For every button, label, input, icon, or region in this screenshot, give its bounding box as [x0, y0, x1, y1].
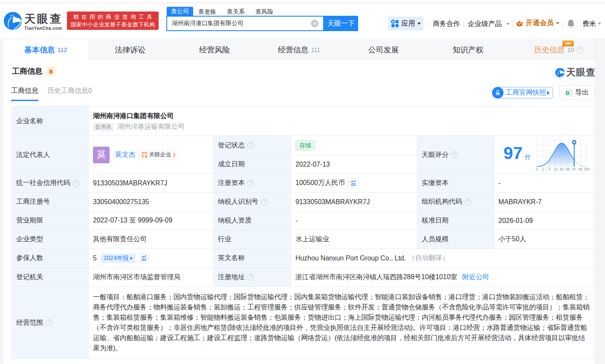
arrow-right-icon	[547, 91, 550, 95]
nav-tab-label: 经营风险	[199, 45, 230, 55]
search-tab-company[interactable]: 查公司	[167, 7, 193, 16]
tianyancha-logo-icon[interactable]	[3, 12, 22, 30]
score-cell[interactable]: 97 分 0 1 3 15 50	[494, 136, 594, 174]
company-type-label: 企业类型	[12, 230, 89, 249]
company-name-label-text: 企业名称	[16, 117, 43, 126]
apps-menu[interactable]: 应用	[388, 17, 423, 30]
trend-chart-icon	[141, 255, 147, 261]
svg-text:0: 0	[536, 167, 538, 171]
reg-number-label-text: 工商注册号	[16, 197, 50, 206]
address-cell: 浙江省湖州市南浔区南浔镇人瑞西路288号10楼1010室 附近公司	[291, 268, 594, 287]
taxpayer-quality-text: -	[295, 217, 298, 225]
annual-report-label: 2024年报	[104, 254, 129, 262]
business-term-label: 营业期限	[12, 211, 89, 230]
reg-status-label-text: 登记状态	[218, 141, 245, 150]
help-icon[interactable]: ?	[576, 46, 583, 53]
nav-tab-label: 法律诉讼	[115, 45, 145, 55]
divider	[512, 20, 512, 28]
nav-tab-operation[interactable]: 经营信息 111	[257, 40, 341, 60]
notification-bell-icon[interactable]	[567, 19, 575, 28]
nav-tab-basic-info[interactable]: 基本信息 112	[3, 40, 88, 60]
vip-label: 开通会员	[526, 19, 554, 28]
business-info-table: 企业名称 湖州南浔港口集团有限公司 曾用名 湖州浔港运输有限公司 法定代表人 莫…	[12, 106, 593, 358]
clear-search-icon[interactable]	[311, 20, 318, 27]
subscribe-bell-button[interactable]	[46, 66, 56, 76]
help-icon[interactable]: ?	[261, 199, 268, 205]
address-label-text: 注册地址	[218, 273, 245, 282]
subtab-business-info[interactable]: 工商信息	[11, 87, 38, 101]
export-button[interactable]: 导出	[559, 85, 595, 100]
search-tab-relation[interactable]: 查关系	[226, 8, 246, 16]
taxpayer-quality-label: 纳税人资质	[214, 211, 291, 230]
legal-rep-link[interactable]: 莫文杰	[115, 150, 135, 159]
slogan-line1: 都在用的商业查询工具	[69, 13, 159, 21]
svg-text:15: 15	[553, 167, 558, 171]
svg-text:3: 3	[548, 167, 550, 171]
logo-title: 天眼查	[24, 13, 63, 24]
official-snapshot-button[interactable]: 工商官网快照	[492, 87, 559, 98]
apps-label: 应用	[402, 19, 415, 28]
capital-trend-button[interactable]	[348, 178, 358, 188]
english-name-label-text: 英文名称	[218, 254, 245, 263]
nav-tab-ip[interactable]: 知识产权	[426, 40, 510, 60]
legal-rep-avatar[interactable]: 莫	[93, 147, 110, 163]
nav-tab-history[interactable]: 历史信息 10 ? VIP	[510, 40, 595, 60]
svg-text:1: 1	[542, 167, 544, 171]
nav-tab-label: 公司发展	[368, 45, 399, 55]
subtab-history-info[interactable]: 历史工商信息0	[47, 87, 92, 101]
vip-upgrade-entry[interactable]: 开通会员	[516, 19, 559, 28]
annual-report-tag[interactable]: 2024年报	[101, 254, 136, 263]
svg-text:97: 97	[572, 167, 576, 171]
english-name-text: Huzhou Nanxun Port Group Co., Ltd.	[295, 254, 406, 262]
user-menu[interactable]: 费米	[582, 20, 596, 29]
org-code-label: 组织机构代码?	[417, 193, 494, 211]
nav-tab-label: 历史信息	[534, 45, 565, 55]
scope-cell: 一般项目：船舶港口服务；国内货物运输代理；国际货物运输代理；国内集装箱货物运输代…	[89, 287, 594, 359]
paid-capital-label-text: 实缴资本	[422, 179, 449, 188]
score-label: 天眼评分?	[417, 136, 494, 174]
help-icon[interactable]: ?	[247, 142, 254, 149]
bell-icon	[48, 69, 54, 75]
nearby-companies-link[interactable]: 附近公司	[462, 273, 489, 282]
insured-trend-button[interactable]	[139, 253, 149, 263]
divider	[463, 20, 464, 28]
related-companies-tag[interactable]: 企 关联企业 3	[139, 150, 178, 159]
staff-size-label: 人员规模	[417, 230, 494, 249]
company-nav-tabs: 基本信息 112 法律诉讼 经营风险 经营信息 111 公司发展 知识产权 历史…	[3, 40, 595, 60]
vip-badge: VIP	[562, 40, 574, 46]
enterprise-caret-icon	[506, 23, 509, 25]
help-icon[interactable]: ?	[247, 180, 254, 187]
apps-caret-icon	[417, 23, 421, 25]
user-caret-icon	[598, 23, 601, 25]
insured-label-text: 参保人数	[16, 254, 43, 263]
nav-tab-risk[interactable]: 经营风险	[172, 40, 257, 60]
search-tab-boss[interactable]: 查老板	[197, 8, 217, 16]
score-distribution-chart: 0 1 3 15 50 85 97 99 100	[536, 139, 590, 173]
nav-tab-count: 10	[567, 46, 574, 53]
help-icon[interactable]: ?	[465, 199, 472, 205]
help-icon[interactable]: ?	[451, 151, 458, 158]
top-strip	[0, 0, 605, 3]
svg-text:50: 50	[560, 167, 564, 171]
help-icon[interactable]: ?	[46, 319, 52, 326]
former-name-row: 曾用名 湖州浔港运输有限公司	[93, 122, 185, 131]
legal-rep-label: 法定代表人	[12, 136, 89, 174]
help-icon[interactable]: ?	[72, 180, 79, 187]
nav-tab-legal[interactable]: 法律诉讼	[88, 40, 172, 60]
taxpayer-quality-label-text: 纳税人资质	[218, 216, 252, 225]
nav-tab-development[interactable]: 公司发展	[342, 40, 426, 60]
taxpayer-id-label: 纳税人识别号?	[214, 193, 291, 211]
related-companies-icon: 企	[142, 152, 148, 158]
logo-text[interactable]: 天眼查 TianYanCha.com	[24, 13, 63, 31]
auto-translate-note: （自动翻译）	[408, 254, 449, 263]
search-button[interactable]: 天眼一下	[324, 16, 358, 31]
subtabs: 工商信息 历史工商信息0	[11, 87, 101, 101]
org-code-cell: MABRAYKR-7	[494, 193, 594, 211]
section-title: 工商信息	[12, 66, 43, 76]
help-icon[interactable]: ?	[247, 274, 254, 280]
menu-cooperation[interactable]: 商务合作	[433, 20, 460, 29]
org-code-text: MABRAYKR-7	[498, 198, 542, 206]
menu-enterprise[interactable]: 企业级产品	[468, 20, 509, 29]
search-input[interactable]: 湖州南浔港口集团有限公司	[166, 16, 324, 31]
search-tab-risk[interactable]: 查风险	[255, 8, 274, 16]
